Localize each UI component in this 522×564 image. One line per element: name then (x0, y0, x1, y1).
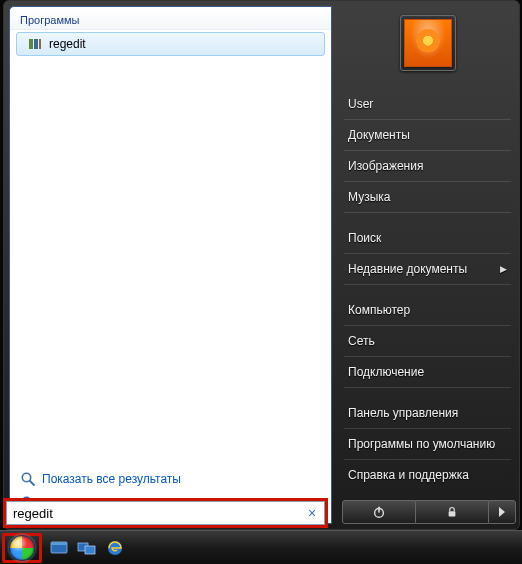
menu-item-label: Поиск (348, 231, 381, 245)
menu-item-label: Музыка (348, 190, 390, 204)
start-menu-right-panel: UserДокументыИзображенияМузыкаПоискНедав… (332, 1, 519, 529)
start-menu: Программы regedit Показать все результат… (3, 0, 520, 530)
menu-item-help[interactable]: Справка и поддержка (344, 460, 511, 490)
shutdown-button[interactable] (342, 500, 416, 524)
menu-item-recent[interactable]: Недавние документы▶ (344, 254, 511, 285)
search-result-label: regedit (49, 37, 86, 51)
right-menu-list: UserДокументыИзображенияМузыкаПоискНедав… (344, 89, 511, 490)
taskbar-show-desktop-icon[interactable] (48, 537, 70, 559)
menu-item-label: Изображения (348, 159, 423, 173)
lock-button[interactable] (416, 500, 488, 524)
taskbar (0, 530, 522, 564)
see-all-results-label: Показать все результаты (42, 472, 181, 486)
menu-item-user[interactable]: User (344, 89, 511, 120)
search-box[interactable]: × (6, 501, 325, 525)
menu-item-label: Компьютер (348, 303, 410, 317)
start-menu-left-panel: Программы regedit Показать все результат… (9, 6, 332, 524)
menu-item-search[interactable]: Поиск (344, 223, 511, 254)
clear-search-icon[interactable]: × (304, 505, 320, 521)
search-result-item[interactable]: regedit (16, 32, 325, 56)
search-icon (20, 471, 36, 487)
menu-item-computer[interactable]: Компьютер (344, 295, 511, 326)
regedit-icon (27, 36, 43, 52)
menu-item-label: User (348, 97, 373, 111)
start-button[interactable] (9, 535, 35, 561)
menu-item-label: Сеть (348, 334, 375, 348)
desktop: Программы regedit Показать все результат… (0, 0, 522, 564)
svg-rect-0 (29, 39, 33, 49)
power-button-group (342, 500, 516, 524)
menu-item-defaults[interactable]: Программы по умолчанию (344, 429, 511, 460)
power-icon (372, 505, 386, 519)
svg-rect-9 (449, 511, 456, 516)
search-input[interactable] (13, 506, 300, 521)
menu-item-label: Документы (348, 128, 410, 142)
svg-rect-12 (51, 542, 67, 545)
chevron-right-icon: ▶ (500, 264, 507, 274)
menu-item-pictures[interactable]: Изображения (344, 151, 511, 182)
user-picture (404, 19, 452, 67)
menu-item-control[interactable]: Панель управления (344, 398, 511, 429)
menu-item-network[interactable]: Сеть (344, 326, 511, 357)
svg-rect-2 (39, 39, 41, 49)
power-options-button[interactable] (488, 500, 516, 524)
menu-item-label: Подключение (348, 365, 424, 379)
svg-line-4 (30, 481, 34, 485)
taskbar-switch-windows-icon[interactable] (76, 537, 98, 559)
search-box-highlight: × (3, 498, 328, 528)
see-all-results-link[interactable]: Показать все результаты (20, 467, 321, 491)
menu-item-label: Программы по умолчанию (348, 437, 495, 451)
chevron-right-icon (498, 507, 506, 517)
user-picture-frame[interactable] (400, 15, 456, 71)
menu-item-documents[interactable]: Документы (344, 120, 511, 151)
menu-item-label: Панель управления (348, 406, 458, 420)
lock-icon (446, 506, 458, 518)
svg-rect-1 (34, 39, 38, 49)
menu-item-connect[interactable]: Подключение (344, 357, 511, 388)
menu-item-label: Недавние документы (348, 262, 467, 276)
svg-marker-10 (499, 507, 505, 517)
taskbar-ie-icon[interactable] (104, 537, 126, 559)
search-results-area: Программы regedit (10, 7, 331, 463)
menu-item-music[interactable]: Музыка (344, 182, 511, 213)
svg-rect-14 (85, 546, 95, 554)
results-group-header: Программы (10, 11, 331, 30)
start-button-highlight (2, 533, 42, 563)
menu-item-label: Справка и поддержка (348, 468, 469, 482)
